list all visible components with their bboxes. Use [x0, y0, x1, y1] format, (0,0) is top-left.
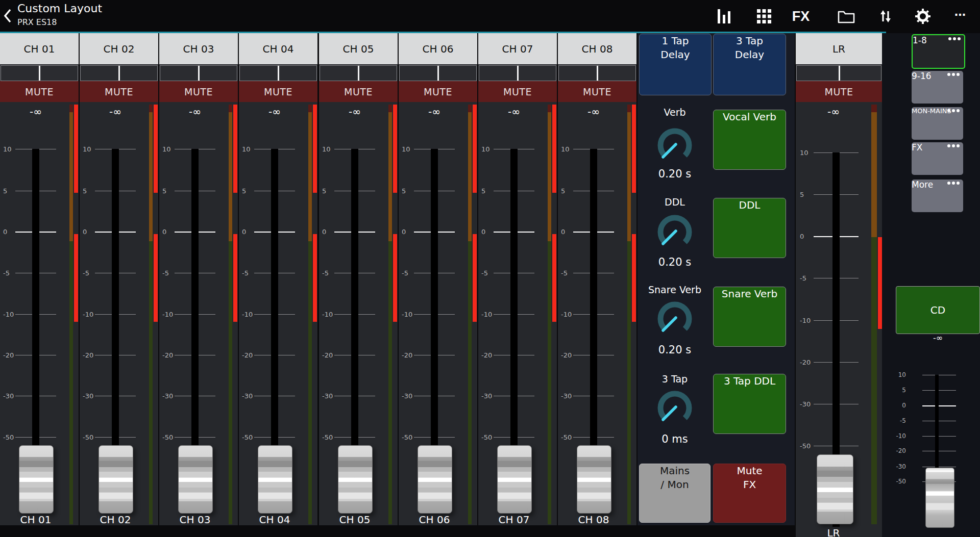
channel-strip-7-pan[interactable]	[479, 65, 556, 81]
scale-label: 10	[3, 145, 12, 153]
pan-center-tick	[198, 66, 200, 81]
mains-mon-button[interactable]: Mains / Mon	[639, 464, 710, 523]
verb-knob[interactable]	[654, 125, 695, 166]
channel-strip-3: CH 03MUTE-∞1050-5-10-20-30-50CH 03	[159, 33, 238, 525]
cd-fader-handle[interactable]	[925, 468, 954, 528]
channel-strip-8-pan[interactable]	[558, 65, 636, 81]
top-bar: Custom Layout PRX ES18 FX	[0, 0, 980, 32]
channel-strip-4-label: CH 04	[239, 514, 310, 526]
bank-options-dots-icon	[947, 182, 960, 185]
channel-strip-1-fader-handle[interactable]	[19, 445, 54, 514]
level-meter-signal	[74, 105, 78, 193]
scale-label: -5	[242, 269, 249, 277]
back-button[interactable]	[2, 7, 16, 25]
meter-zone	[548, 241, 551, 524]
channel-strip-6-pan[interactable]	[399, 65, 477, 81]
channel-strip-6-header: CH 06	[399, 33, 477, 64]
scale-label: -10	[481, 311, 492, 318]
settings-button[interactable]	[913, 7, 933, 25]
scale-label: 5	[242, 187, 246, 195]
channel-strip-5-mute-button[interactable]: MUTE	[319, 81, 398, 102]
channel-strip-6-mute-button[interactable]: MUTE	[399, 81, 477, 102]
ddl-button[interactable]: DDL	[713, 198, 786, 258]
channel-strip-7-mute-button[interactable]: MUTE	[478, 81, 557, 102]
scale-label: 0	[242, 228, 246, 236]
scale-label: -30	[3, 392, 14, 400]
channel-strip-5-pan[interactable]	[320, 65, 397, 81]
channel-strip-6-fader-handle[interactable]	[418, 445, 452, 514]
bank-label: 1-8	[913, 35, 964, 45]
cd-scale-label: 10	[886, 371, 906, 378]
folder-button[interactable]	[836, 7, 856, 25]
master-strip-header: LR	[796, 33, 882, 64]
master-strip-mute-button[interactable]: MUTE	[796, 81, 882, 102]
channel-strip-7-fader-handle[interactable]	[497, 445, 532, 514]
snare-verb-button[interactable]: Snare Verb	[713, 287, 786, 347]
1-tap-delay-button[interactable]: 1 Tap Delay	[639, 34, 712, 95]
scale-label: -5	[800, 274, 806, 282]
scale-label: -10	[242, 311, 253, 318]
cd-button[interactable]: CD	[896, 286, 980, 334]
master-strip-fader-handle[interactable]	[817, 454, 853, 524]
channel-strip-3-fader-handle[interactable]	[178, 445, 213, 514]
channel-strip-3-pan[interactable]	[160, 65, 237, 81]
scale-label: -5	[322, 269, 329, 277]
3-tap-ddl-button[interactable]: 3 Tap DDL	[713, 374, 786, 434]
more-options-button[interactable]: ...	[950, 2, 970, 20]
channel-strip-3-mute-button[interactable]: MUTE	[159, 81, 238, 102]
level-meter-signal	[632, 105, 636, 193]
bank-button-more[interactable]: More	[912, 180, 963, 212]
bank-label: FX	[912, 142, 963, 152]
channel-strip-4-pan[interactable]	[239, 65, 317, 81]
scale-label: -10	[402, 311, 412, 318]
channel-strip-2: CH 02MUTE-∞1050-5-10-20-30-50CH 02	[80, 33, 158, 525]
fx-view-button[interactable]: FX	[791, 7, 811, 25]
channel-strip-7-level-value: -∞	[478, 106, 550, 118]
scale-label: -30	[162, 392, 173, 400]
channel-strip-8-mute-button[interactable]: MUTE	[558, 81, 636, 102]
3-tap-delay-button[interactable]: 3 Tap Delay	[713, 34, 786, 95]
3-tap-knob[interactable]	[654, 388, 695, 428]
channel-strip-8-fader-handle[interactable]	[577, 445, 611, 514]
snare-verb-knob[interactable]	[654, 298, 695, 339]
meter-zone	[229, 105, 232, 112]
channel-strip-4-fader-handle[interactable]	[258, 445, 292, 514]
channel-strip-2-fader-handle[interactable]	[99, 445, 133, 514]
scale-label: -30	[800, 400, 811, 408]
scale-label: -5	[481, 269, 488, 277]
scale-label: -20	[83, 351, 93, 359]
vocal-verb-button[interactable]: Vocal Verb	[713, 110, 786, 170]
channel-strip-4-mute-button[interactable]: MUTE	[239, 81, 317, 102]
bank-button-fx[interactable]: FX	[912, 142, 963, 175]
channel-strip-1-pan[interactable]	[1, 65, 78, 81]
channel-strip-6-label: CH 06	[399, 514, 470, 526]
mute-fx-button[interactable]: Mute FX	[713, 464, 786, 523]
scale-label: -10	[162, 311, 173, 318]
channel-strip-1: CH 01MUTE-∞1050-5-10-20-30-50CH 01	[0, 33, 79, 525]
scale-label: -30	[322, 392, 333, 400]
ddl-knob[interactable]	[654, 212, 695, 252]
channel-strip-2-mute-button[interactable]: MUTE	[80, 81, 158, 102]
channel-strip-5-level-value: -∞	[319, 106, 390, 118]
grid-view-button[interactable]	[754, 7, 774, 25]
bank-button-1-8[interactable]: 1-8	[912, 34, 965, 69]
pan-center-tick	[358, 66, 359, 81]
scale-label: -20	[402, 351, 412, 359]
bank-button-mon-mains[interactable]: MON-MAINS	[912, 107, 963, 140]
channel-strip-5-fader-handle[interactable]	[338, 445, 373, 514]
pan-center-tick	[839, 66, 840, 81]
meter-zone	[468, 105, 472, 112]
master-strip-pan[interactable]	[796, 65, 881, 81]
scale-label: 5	[83, 187, 87, 195]
bank-button-9-16[interactable]: 9-16	[912, 71, 963, 104]
channel-strip-1-mute-button[interactable]: MUTE	[0, 81, 79, 102]
sort-button[interactable]	[875, 7, 896, 25]
meter-zone	[149, 105, 153, 112]
cd-scale-tick	[922, 375, 956, 375]
channel-strip-2-pan[interactable]	[80, 65, 158, 81]
scale-label: -30	[83, 392, 93, 400]
scale-label: -50	[83, 433, 93, 441]
scale-label: 0	[481, 228, 485, 236]
meters-view-button[interactable]	[714, 7, 734, 25]
meter-zone	[149, 112, 153, 241]
